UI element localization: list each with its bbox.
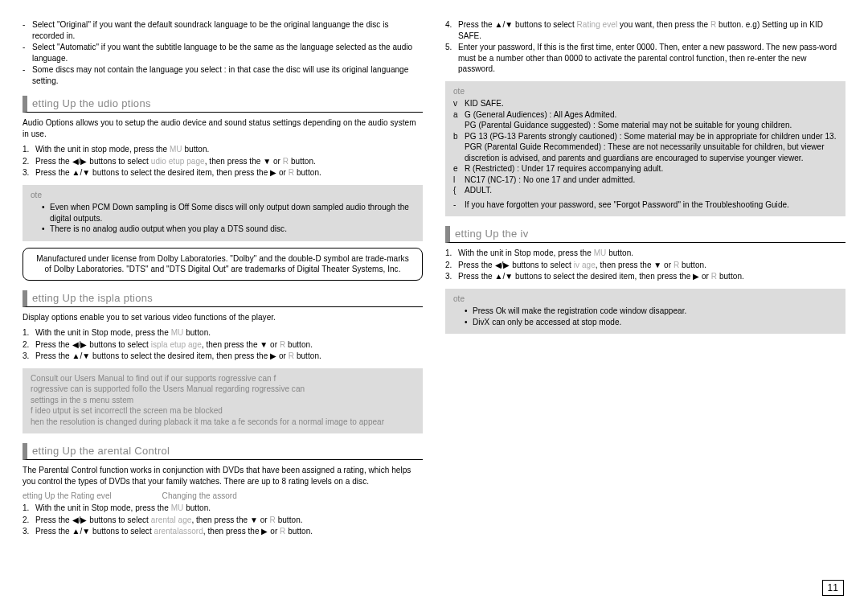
rating-row: G (General Audiences) : All Ages Admited…: [465, 109, 837, 121]
heading-audio-options: etting Up the udio ptions: [23, 96, 423, 113]
note-item: There is no analog audio output when you…: [50, 224, 415, 235]
rating-row: ADULT.: [465, 185, 837, 196]
note-line: hen the resolution is changed during pla…: [31, 417, 415, 428]
step-text: Enter your password, If this is the firs…: [458, 42, 845, 75]
heading-div: etting Up the iv: [445, 226, 845, 243]
display-note-box: Consult our Users Manual to find out if …: [23, 368, 423, 434]
subheading-change-password: Changing the assord: [162, 491, 237, 500]
heading-parental-control: etting Up the arental Control: [23, 443, 423, 460]
rating-row: PG 13 (PG-13 Parents strongly cautioned)…: [465, 131, 837, 142]
rating-footer: If you have forgotten your password, see…: [465, 199, 837, 211]
rating-row: NC17 (NC-17) : No one 17 and under admit…: [465, 175, 837, 186]
audio-note-box: ote •Even when PCM Down sampling is Off …: [23, 185, 423, 241]
audio-steps: 1.With the unit in stop mode, press the …: [23, 144, 423, 179]
rating-row: KID SAFE.: [465, 98, 837, 109]
note-item: Even when PCM Down sampling is Off Some …: [50, 202, 415, 224]
text: Some discs may not contain the language …: [32, 64, 423, 86]
right-column: 4.Press the ▲/▼ buttons to select Rating…: [445, 19, 845, 538]
parental-subheadings: etting Up the Rating evel Changing the a…: [23, 491, 423, 500]
left-column: -Select "Original" if you want the defau…: [23, 19, 423, 538]
ratings-note-box: ote vKID SAFE. aG (General Audiences) : …: [445, 81, 845, 217]
audio-intro: Audio Options allows you to setup the au…: [23, 117, 423, 139]
dolby-legal-box: Manufactured under license from Dolby La…: [23, 248, 423, 281]
rating-row: R (Restricted) : Under 17 requires accom…: [465, 163, 837, 175]
parental-intro: The Parental Control function works in c…: [23, 465, 423, 487]
note-line: f ideo utput is set incorrectl the scree…: [31, 405, 415, 417]
page-number: 11: [822, 580, 844, 596]
rating-row: PG (Parental Guidance suggested) : Some …: [465, 120, 837, 131]
note-line: rogressive can is supported follo the Us…: [31, 384, 415, 395]
display-steps: 1.With the unit in Stop mode, press the …: [23, 327, 423, 362]
rating-row: PGR (Parental Guide Recommended) : These…: [465, 142, 837, 163]
note-line: Consult our Users Manual to find out if …: [31, 373, 415, 384]
note-item: Press Ok will make the registration code…: [473, 306, 837, 317]
subheading-rating-level: etting Up the Rating evel: [23, 491, 112, 500]
note-label: ote: [453, 86, 837, 97]
text: Select "Automatic" if you want the subti…: [32, 42, 423, 64]
note-line: settings in the s menu sstem: [31, 395, 415, 406]
text: Select "Original" if you want the defaul…: [32, 19, 423, 41]
parental-steps-cont: 4.Press the ▲/▼ buttons to select Rating…: [445, 19, 845, 75]
display-intro: Display options enable you to set variou…: [23, 312, 423, 323]
div-steps: 1.With the unit in Stop mode, press the …: [445, 248, 845, 282]
intro-bullets: -Select "Original" if you want the defau…: [23, 19, 423, 86]
div-note-box: ote •Press Ok will make the registration…: [445, 289, 845, 335]
parental-steps: 1.With the unit in Stop mode, press the …: [23, 503, 423, 537]
note-label: ote: [453, 294, 837, 305]
note-item: DivX can only be accessed at stop mode.: [473, 317, 837, 328]
note-label: ote: [31, 190, 415, 201]
heading-display-options: etting Up the ispla ptions: [23, 290, 423, 307]
